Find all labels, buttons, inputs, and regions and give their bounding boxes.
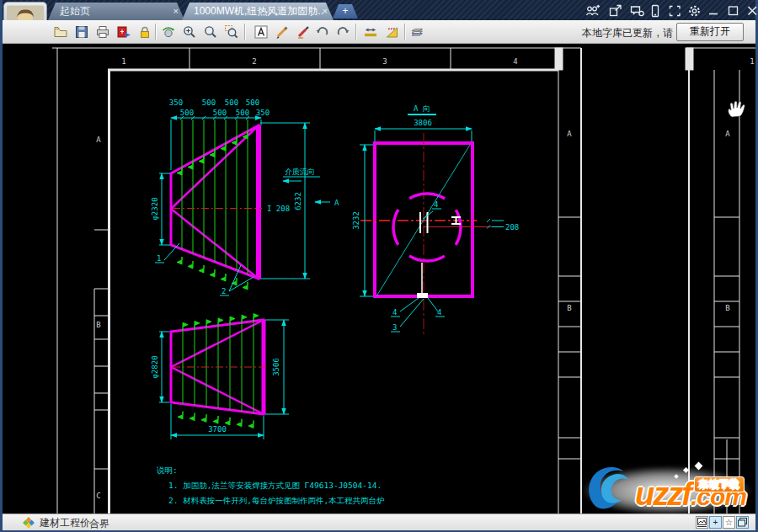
- dia-dimension: [159, 332, 169, 402]
- dim-350: 350: [169, 98, 183, 107]
- pencil-annotation-button[interactable]: [273, 23, 291, 40]
- stiffener-lines: [182, 120, 248, 274]
- users-icon[interactable]: [585, 4, 601, 18]
- notes-line-2: 2. 材料表按一件开列,每台炉按图制作两件,本工程共两台炉: [168, 496, 385, 505]
- height-dimension: [260, 123, 310, 279]
- view-side-cone: 350 500 500 500 500 500 500 350 φ2320 62…: [151, 98, 339, 295]
- status-bar: 建材工程价 合界 + ☆: [3, 513, 755, 530]
- title-bar: 起始页 × 1000MW机,纽热风道加固肋.. × +: [3, 0, 755, 20]
- chat-cloud-icon[interactable]: [630, 4, 645, 18]
- orbit-view-button[interactable]: [159, 23, 177, 40]
- tab-close-icon[interactable]: ×: [323, 3, 328, 20]
- dim-dia-2320: φ2320: [151, 197, 159, 220]
- dim-6232: 6232: [294, 192, 302, 210]
- tab-close-icon[interactable]: ×: [173, 3, 179, 20]
- redo-button[interactable]: [334, 23, 351, 40]
- zone-col-1: 1: [121, 57, 125, 66]
- save-button[interactable]: [72, 23, 90, 40]
- image-tool-button[interactable]: [696, 516, 708, 529]
- zoom-button[interactable]: [201, 23, 219, 40]
- tab-drawing-label: 1000MW机,纽热风道加固肋..: [194, 5, 323, 17]
- toolbar: 本地字库已更新，请 重新打开: [3, 20, 755, 44]
- zone-col-4: 4: [513, 57, 517, 66]
- dim-500: 500: [202, 98, 216, 107]
- zoom-in-out-button[interactable]: [180, 23, 198, 40]
- dim-500: 500: [236, 109, 249, 117]
- tab-start-page-label: 起始页: [60, 5, 90, 17]
- new-tab-button[interactable]: +: [333, 4, 358, 19]
- font-update-notice: 本地字库已更新，请: [582, 26, 673, 40]
- application-window: 起始页 × 1000MW机,纽热风道加固肋.. × +: [0, 0, 758, 532]
- maximize-button[interactable]: [726, 4, 741, 18]
- view-a-title: A 向: [414, 104, 430, 113]
- part-4-label: 4: [437, 308, 441, 317]
- part-4-label: 4: [434, 200, 438, 209]
- print-button[interactable]: [93, 23, 111, 40]
- dim-dia-2820: φ2820: [151, 355, 159, 378]
- dim-3506: 3506: [272, 358, 280, 376]
- dim-500: 500: [246, 98, 259, 107]
- status-app-link[interactable]: 建材工程价: [23, 516, 90, 529]
- fullscreen-icon[interactable]: [668, 4, 683, 18]
- open-file-button[interactable]: [51, 23, 69, 40]
- zone-col-far: 1: [750, 57, 754, 66]
- export-pdf-button[interactable]: [115, 23, 132, 40]
- part-3-label: 3: [392, 323, 397, 332]
- reopen-button[interactable]: 重新打开: [676, 23, 744, 41]
- close-button[interactable]: [745, 4, 758, 18]
- beam-web-lines: [420, 212, 461, 296]
- text-annotation-button[interactable]: [252, 23, 270, 40]
- view-bottom-cone: φ2820 3506 3700: [151, 314, 289, 440]
- notes-line-1: 1. 加固肋,法兰等安装焊接方式见图 Г49613-J0504-14.: [168, 481, 382, 490]
- section-a-label: A: [334, 199, 339, 207]
- mobile-icon[interactable]: [648, 4, 663, 18]
- cad-viewport: 1 2 3 4 1 A B C A B A B: [3, 44, 755, 513]
- dim-500: 500: [225, 98, 238, 107]
- measure-length-button[interactable]: [361, 23, 379, 40]
- zone-row-b: B: [96, 321, 100, 329]
- sheet-frame: [52, 48, 755, 513]
- zoom-window-button[interactable]: [222, 23, 240, 40]
- zone-row-right-a: A: [567, 130, 572, 138]
- part-2-label: 2: [222, 287, 226, 295]
- dim-3700: 3700: [208, 425, 227, 434]
- beam-label: I 208: [267, 205, 290, 213]
- zone-row-c: C: [96, 492, 100, 500]
- dim-3232: 3232: [352, 211, 360, 230]
- zone-row-right-b: B: [567, 304, 571, 312]
- part-1-label: 1: [157, 254, 161, 263]
- zone-row-far-b: B: [725, 304, 729, 312]
- part-4-label: 4: [392, 308, 397, 317]
- zone-row-far-a: A: [725, 130, 730, 138]
- dim-500: 500: [180, 109, 194, 117]
- bottom-beam-section: [417, 293, 428, 298]
- lock-button[interactable]: [136, 23, 153, 40]
- crosshair-tool-button[interactable]: +: [709, 516, 722, 529]
- dia-dimension: [159, 173, 170, 245]
- tab-drawing-document[interactable]: 1000MW机,纽热风道加固肋.. ×: [182, 3, 334, 20]
- status-label[interactable]: 合界: [89, 517, 109, 531]
- drawing-notes: 说明: 1. 加固肋,法兰等安装焊接方式见图 Г49613-J0504-14. …: [156, 466, 385, 505]
- dim-350: 350: [256, 109, 270, 117]
- dim-208: 208: [505, 223, 519, 231]
- zone-col-3: 3: [382, 57, 387, 66]
- undo-button[interactable]: [313, 23, 331, 40]
- dim-500: 500: [213, 109, 227, 117]
- settings-gear-icon[interactable]: [687, 4, 702, 18]
- view-a-direction: A 向 3806: [352, 104, 519, 337]
- share-icon[interactable]: [608, 4, 623, 18]
- layers-button[interactable]: [408, 23, 426, 40]
- marker-annotation-button[interactable]: [294, 23, 312, 40]
- measure-angle-button[interactable]: [383, 23, 401, 40]
- tab-start-page[interactable]: 起始页 ×: [48, 3, 184, 20]
- zone-col-2: 2: [252, 57, 256, 66]
- diamond-logo-icon: [23, 517, 35, 529]
- favorite-star-button[interactable]: ☆: [723, 516, 735, 529]
- status-app-name: 建材工程价: [40, 516, 90, 530]
- cube-view-button[interactable]: [736, 516, 749, 529]
- minimize-button[interactable]: [707, 4, 722, 18]
- dim-3806: 3806: [414, 119, 432, 127]
- drawing-canvas[interactable]: 1 2 3 4 1 A B C A B A B: [3, 44, 755, 513]
- notes-title: 说明:: [156, 466, 178, 475]
- zone-row-a: A: [96, 136, 101, 144]
